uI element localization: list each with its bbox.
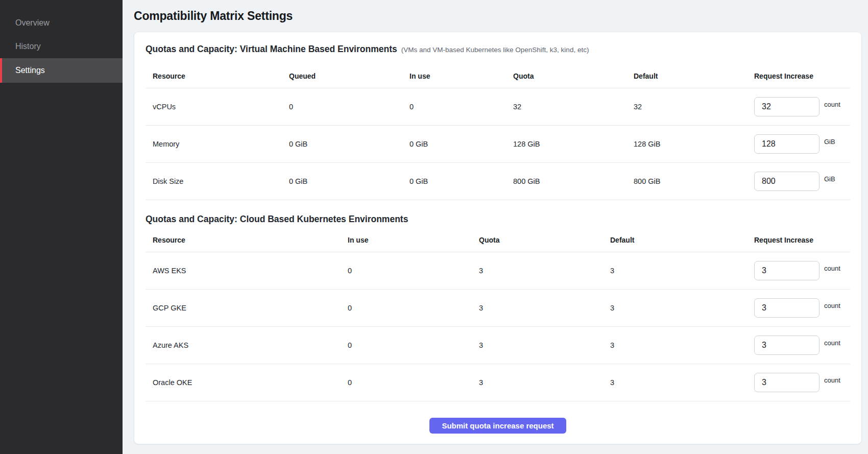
unit-label: count	[824, 101, 840, 108]
column-header-resource: Resource	[146, 236, 348, 244]
section-cloud-header: Quotas and Capacity: Cloud Based Kuberne…	[146, 213, 850, 225]
cell-queued: 0 GiB	[289, 177, 409, 185]
table-row-oracle-oke: Oracle OKE 0 3 3 count	[146, 364, 850, 401]
column-header-default: Default	[634, 72, 754, 80]
cell-in-use: 0	[348, 304, 479, 312]
column-header-default: Default	[610, 236, 754, 244]
column-header-request-increase: Request Increase	[754, 72, 850, 80]
table-row-memory: Memory 0 GiB 0 GiB 128 GiB 128 GiB GiB	[146, 126, 850, 163]
submit-quota-increase-button[interactable]: Submit quota increase request	[429, 418, 566, 434]
column-header-queued: Queued	[289, 72, 409, 80]
vm-quotas-table: Resource Queued In use Quota Default Req…	[146, 64, 850, 200]
cell-request-increase: count	[754, 97, 850, 116]
cell-request-increase: count	[754, 373, 850, 392]
cell-quota: 128 GiB	[513, 140, 634, 148]
section-cloud-title: Quotas and Capacity: Cloud Based Kuberne…	[146, 213, 408, 225]
cell-request-increase: GiB	[754, 172, 850, 191]
table-row-vcpus: vCPUs 0 0 32 32 count	[146, 88, 850, 126]
unit-label: GiB	[824, 138, 835, 146]
cell-quota: 3	[479, 378, 610, 387]
submit-button-row: Submit quota increase request	[146, 418, 850, 434]
cell-queued: 0 GiB	[289, 140, 409, 148]
cell-resource: Oracle OKE	[146, 378, 348, 387]
cell-in-use: 0	[409, 103, 513, 111]
cell-quota: 3	[479, 267, 610, 275]
section-vm-environments: Quotas and Capacity: Virtual Machine Bas…	[146, 43, 850, 200]
cell-request-increase: count	[754, 261, 850, 280]
unit-label: count	[824, 302, 840, 309]
cell-queued: 0	[289, 103, 409, 111]
column-header-in-use: In use	[348, 236, 479, 244]
section-vm-title: Quotas and Capacity: Virtual Machine Bas…	[146, 43, 397, 55]
cell-default: 3	[610, 341, 754, 349]
page-title: Compatibility Matrix Settings	[134, 9, 862, 23]
section-vm-header: Quotas and Capacity: Virtual Machine Bas…	[146, 43, 850, 55]
cell-quota: 800 GiB	[513, 177, 634, 185]
cell-resource: Disk Size	[146, 177, 289, 185]
column-header-resource: Resource	[146, 72, 289, 80]
cell-default: 3	[610, 304, 754, 312]
section-cloud-kubernetes: Quotas and Capacity: Cloud Based Kuberne…	[146, 213, 850, 401]
cell-default: 128 GiB	[634, 140, 754, 148]
sidebar-item-settings[interactable]: Settings	[0, 58, 123, 83]
quotas-card: Quotas and Capacity: Virtual Machine Bas…	[134, 32, 862, 444]
cell-default: 3	[610, 378, 754, 387]
cloud-table-header-row: Resource In use Quota Default Request In…	[146, 228, 850, 252]
table-row-azure-aks: Azure AKS 0 3 3 count	[146, 327, 850, 364]
cell-default: 3	[610, 267, 754, 275]
vm-table-header-row: Resource Queued In use Quota Default Req…	[146, 64, 850, 88]
cell-resource: AWS EKS	[146, 267, 348, 275]
cell-in-use: 0	[348, 341, 479, 349]
cell-in-use: 0	[348, 378, 479, 387]
oracle-oke-request-input[interactable]	[754, 373, 819, 392]
sidebar-item-overview[interactable]: Overview	[0, 11, 123, 35]
cell-in-use: 0	[348, 267, 479, 275]
cloud-quotas-table: Resource In use Quota Default Request In…	[146, 228, 850, 401]
cell-resource: Memory	[146, 140, 289, 148]
cell-quota: 32	[513, 103, 634, 111]
sidebar-item-history[interactable]: History	[0, 35, 123, 58]
column-header-in-use: In use	[409, 72, 513, 80]
table-row-disk-size: Disk Size 0 GiB 0 GiB 800 GiB 800 GiB Gi…	[146, 163, 850, 200]
cell-default: 800 GiB	[634, 177, 754, 185]
cell-quota: 3	[479, 304, 610, 312]
unit-label: count	[824, 265, 840, 272]
cell-request-increase: count	[754, 336, 850, 355]
sidebar-item-label: Overview	[15, 18, 50, 28]
unit-label: count	[824, 376, 840, 384]
cell-request-increase: count	[754, 298, 850, 318]
table-row-gcp-gke: GCP GKE 0 3 3 count	[146, 290, 850, 327]
column-header-quota: Quota	[513, 72, 634, 80]
cell-resource: GCP GKE	[146, 304, 348, 312]
azure-aks-request-input[interactable]	[754, 336, 819, 355]
gcp-gke-request-input[interactable]	[754, 298, 819, 318]
sidebar-item-label: Settings	[15, 66, 45, 75]
unit-label: GiB	[824, 175, 835, 183]
cell-quota: 3	[479, 341, 610, 349]
aws-eks-request-input[interactable]	[754, 261, 819, 280]
cell-in-use: 0 GiB	[409, 140, 513, 148]
sidebar-item-label: History	[15, 42, 41, 51]
cell-in-use: 0 GiB	[409, 177, 513, 185]
cell-default: 32	[634, 103, 754, 111]
column-header-quota: Quota	[479, 236, 610, 244]
disk-size-request-input[interactable]	[754, 172, 819, 191]
sidebar: Overview History Settings	[0, 0, 123, 454]
vcpus-request-input[interactable]	[754, 97, 819, 116]
memory-request-input[interactable]	[754, 134, 819, 154]
cell-resource: Azure AKS	[146, 341, 348, 349]
cell-request-increase: GiB	[754, 134, 850, 154]
column-header-request-increase: Request Increase	[754, 236, 850, 244]
table-row-aws-eks: AWS EKS 0 3 3 count	[146, 252, 850, 290]
unit-label: count	[824, 339, 840, 347]
main-content: Compatibility Matrix Settings Quotas and…	[123, 0, 868, 454]
section-vm-subtitle: (VMs and VM-based Kubernetes like OpenSh…	[401, 46, 589, 54]
cell-resource: vCPUs	[146, 103, 289, 111]
